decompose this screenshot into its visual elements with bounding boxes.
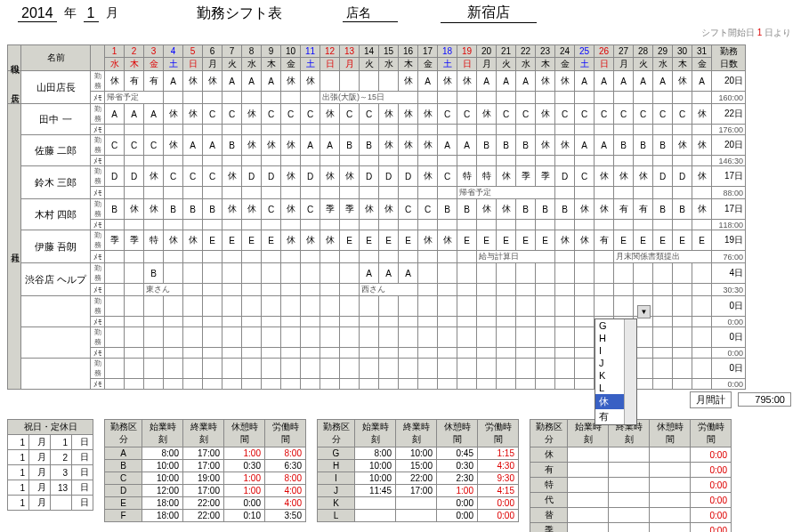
- start-time[interactable]: [568, 447, 609, 463]
- shift-cell[interactable]: A: [438, 135, 457, 156]
- shift-cell[interactable]: [281, 296, 301, 317]
- shift-cell[interactable]: [144, 327, 164, 348]
- shift-cell[interactable]: 休: [183, 104, 203, 125]
- shift-cell[interactable]: E: [614, 230, 634, 251]
- shift-cell[interactable]: C: [144, 135, 164, 156]
- shift-cell[interactable]: B: [516, 199, 536, 220]
- shift-cell[interactable]: 休: [438, 230, 457, 251]
- shift-cell[interactable]: [575, 296, 595, 317]
- shift-cell[interactable]: 休: [183, 71, 203, 92]
- holiday-month[interactable]: 1: [8, 435, 29, 450]
- shift-cell[interactable]: A: [360, 263, 379, 284]
- start-time[interactable]: 10:00: [142, 460, 183, 472]
- shift-cell[interactable]: E: [262, 230, 281, 251]
- employee-name[interactable]: 木村 四郎: [21, 199, 91, 230]
- break-time[interactable]: 0:45: [437, 447, 478, 460]
- shift-cell[interactable]: [418, 359, 438, 379]
- start-time[interactable]: 10:00: [142, 472, 183, 485]
- shift-cell[interactable]: [399, 296, 418, 317]
- shift-cell[interactable]: B: [457, 199, 477, 220]
- break-time[interactable]: 1:00: [224, 485, 265, 497]
- shift-cell[interactable]: [457, 327, 477, 348]
- holiday-day[interactable]: 2: [51, 450, 72, 465]
- end-time[interactable]: 17:00: [396, 485, 437, 497]
- shift-cell[interactable]: [222, 327, 242, 348]
- break-time[interactable]: 0:00: [437, 497, 478, 510]
- employee-name[interactable]: 田中 一: [21, 104, 91, 135]
- shift-cell[interactable]: A: [301, 135, 320, 156]
- shift-cell[interactable]: E: [242, 230, 262, 251]
- shift-cell[interactable]: [301, 359, 320, 379]
- shift-cell[interactable]: 休: [281, 230, 301, 251]
- shift-cell[interactable]: 有: [125, 71, 144, 92]
- shift-cell[interactable]: [477, 359, 497, 379]
- shift-cell[interactable]: [497, 263, 516, 284]
- shift-cell[interactable]: 休: [692, 199, 712, 220]
- holiday-day[interactable]: [51, 496, 72, 511]
- shift-cell[interactable]: E: [516, 230, 536, 251]
- shift-cell[interactable]: [320, 263, 340, 284]
- shift-cell[interactable]: 季: [340, 199, 360, 220]
- shift-cell[interactable]: [379, 359, 399, 379]
- shift-cell[interactable]: [203, 359, 222, 379]
- shift-cell[interactable]: [653, 359, 673, 379]
- end-time[interactable]: 22:00: [396, 472, 437, 485]
- shift-cell[interactable]: C: [164, 166, 183, 187]
- shift-cell[interactable]: [242, 327, 262, 348]
- shift-cell[interactable]: A: [575, 71, 595, 92]
- start-time[interactable]: [355, 510, 396, 522]
- shift-cell[interactable]: A: [692, 71, 712, 92]
- start-time[interactable]: [568, 493, 609, 508]
- shift-cell[interactable]: [183, 263, 203, 284]
- shift-cell[interactable]: [281, 327, 301, 348]
- shift-cell[interactable]: C: [438, 104, 457, 125]
- shift-cell[interactable]: [536, 327, 555, 348]
- shift-cell[interactable]: 休: [281, 135, 301, 156]
- shift-cell[interactable]: [360, 296, 379, 317]
- shift-cell[interactable]: 特: [144, 230, 164, 251]
- shift-cell[interactable]: [516, 263, 536, 284]
- end-time[interactable]: [396, 510, 437, 522]
- shift-cell[interactable]: [125, 359, 144, 379]
- shift-cell[interactable]: 休: [281, 199, 301, 220]
- shift-cell[interactable]: 休: [379, 104, 399, 125]
- shift-cell[interactable]: B: [653, 135, 673, 156]
- shift-cell[interactable]: [379, 71, 399, 92]
- shift-cell[interactable]: B: [438, 199, 457, 220]
- shift-cell[interactable]: A: [262, 71, 281, 92]
- shift-cell[interactable]: 休: [399, 71, 418, 92]
- shift-cell[interactable]: [418, 296, 438, 317]
- shift-cell[interactable]: B: [516, 135, 536, 156]
- shift-cell[interactable]: C: [614, 104, 634, 125]
- shift-cell[interactable]: D: [653, 166, 673, 187]
- shift-cell[interactable]: [360, 71, 379, 92]
- shift-cell[interactable]: A: [183, 135, 203, 156]
- employee-name[interactable]: 鈴木 三郎: [21, 166, 91, 199]
- end-time[interactable]: 17:00: [183, 460, 224, 472]
- shift-cell[interactable]: C: [105, 135, 125, 156]
- employee-name[interactable]: 渋谷店 ヘルプ: [21, 263, 91, 296]
- shift-cell[interactable]: [692, 327, 712, 348]
- shift-cell[interactable]: C: [575, 104, 595, 125]
- shift-cell[interactable]: D: [105, 166, 125, 187]
- shift-cell[interactable]: [497, 359, 516, 379]
- shift-cell[interactable]: C: [457, 104, 477, 125]
- start-time[interactable]: [568, 463, 609, 478]
- shift-cell[interactable]: [183, 359, 203, 379]
- shift-cell[interactable]: [320, 71, 340, 92]
- shift-cell[interactable]: [555, 327, 575, 348]
- shift-cell[interactable]: [242, 359, 262, 379]
- shift-cell[interactable]: A: [222, 71, 242, 92]
- shift-cell[interactable]: [164, 359, 183, 379]
- shift-cell[interactable]: C: [281, 104, 301, 125]
- shift-cell[interactable]: C: [653, 104, 673, 125]
- shift-cell[interactable]: 季: [105, 230, 125, 251]
- shift-cell[interactable]: [125, 296, 144, 317]
- shift-cell[interactable]: C: [595, 104, 614, 125]
- shift-cell[interactable]: 休: [477, 104, 497, 125]
- start-time[interactable]: 11:45: [355, 485, 396, 497]
- shift-cell[interactable]: B: [673, 199, 692, 220]
- shift-cell[interactable]: 有: [634, 199, 653, 220]
- shift-cell[interactable]: A: [242, 71, 262, 92]
- start-time[interactable]: 8:00: [355, 447, 396, 460]
